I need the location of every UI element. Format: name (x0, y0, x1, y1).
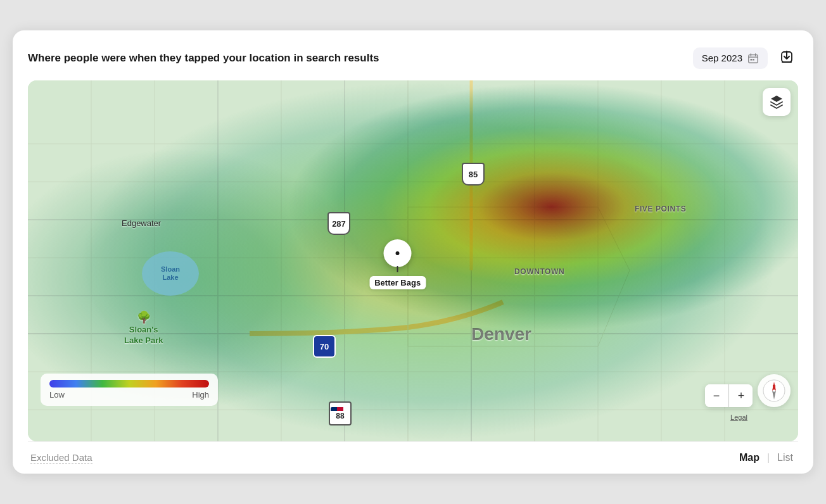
map-container[interactable]: SloanLake Edgewater 🌳Sloan'sLake Park De… (28, 80, 798, 441)
zoom-out-button[interactable]: − (705, 384, 728, 407)
pin-dot-icon (392, 248, 403, 259)
card-title: Where people were when they tapped your … (28, 52, 379, 65)
legend-high-label: High (192, 390, 209, 400)
heatmap-legend: Low High (41, 374, 218, 406)
zoom-in-button[interactable]: + (730, 384, 753, 407)
view-map-button[interactable]: Map (737, 452, 762, 463)
header-controls: Sep 2023 (693, 46, 798, 70)
download-button[interactable] (775, 46, 798, 70)
main-card: Where people were when they tapped your … (13, 30, 813, 474)
pin-bubble (384, 239, 412, 267)
legend-low-label: Low (49, 390, 65, 400)
legend-gradient-bar (49, 380, 209, 387)
zoom-divider (728, 384, 729, 407)
business-name-label: Better Bags (369, 276, 426, 289)
svg-point-25 (396, 251, 400, 255)
business-pin: Better Bags (369, 239, 426, 289)
map-style-toggle-button[interactable] (763, 88, 791, 116)
svg-text:N: N (772, 384, 775, 389)
card-header: Where people were when they tapped your … (28, 46, 798, 70)
excluded-data-link[interactable]: Excluded Data (30, 452, 92, 463)
view-list-button[interactable]: List (775, 452, 796, 463)
date-label: Sep 2023 (702, 53, 742, 63)
legal-link[interactable]: Legal (730, 413, 747, 421)
date-filter-button[interactable]: Sep 2023 (693, 47, 768, 69)
download-icon (779, 49, 794, 65)
map-layers-icon (769, 94, 784, 110)
svg-rect-1 (751, 58, 753, 60)
legend-labels: Low High (49, 390, 209, 400)
compass-icon: N (763, 379, 785, 402)
view-toggle-divider: | (767, 452, 770, 463)
view-toggle: Map | List (737, 452, 796, 463)
svg-rect-0 (749, 54, 758, 63)
compass: N (758, 374, 791, 407)
calendar-icon (747, 53, 759, 64)
sloan-lake-label: SloanLake (161, 265, 180, 282)
sloan-lake: SloanLake (142, 251, 199, 296)
svg-rect-2 (753, 58, 754, 60)
card-footer: Excluded Data Map | List (28, 441, 798, 474)
zoom-controls: − + (705, 384, 753, 407)
